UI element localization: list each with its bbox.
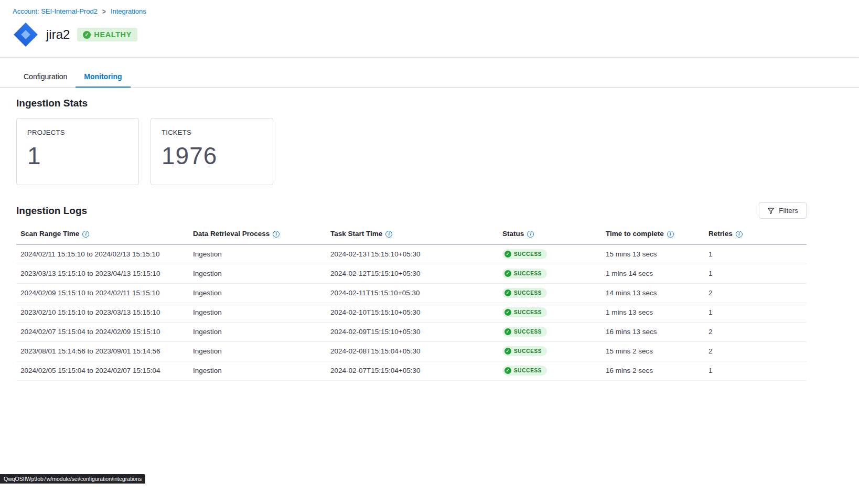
task-start-cell: 2024-02-13T15:15:10+05:30 [326,244,498,264]
info-icon[interactable]: i [385,231,392,238]
status-badge-label: SUCCESS [514,251,542,257]
health-status-badge: ✓ HEALTHY [77,28,137,41]
tab-monitoring[interactable]: Monitoring [76,67,130,87]
info-icon[interactable]: i [667,231,674,238]
scan-range-cell: 2024/02/07 15:15:04 to 2024/02/09 15:15:… [16,322,189,341]
status-badge: ✓ SUCCESS [502,366,547,376]
status-cell: ✓ SUCCESS [498,322,602,341]
stat-card-tickets: TICKETS 1976 [151,118,273,185]
retries-cell: 1 [704,361,807,380]
tab-configuration[interactable]: Configuration [15,67,76,87]
breadcrumb-integrations-link[interactable]: Integrations [111,7,146,15]
status-badge: ✓ SUCCESS [502,249,547,259]
status-badge: ✓ SUCCESS [502,269,547,278]
time-to-complete-cell: 15 mins 13 secs [602,244,704,264]
status-badge-label: SUCCESS [514,348,542,354]
scan-range-cell: 2023/02/10 15:15:10 to 2023/03/13 15:15:… [16,303,189,322]
time-to-complete-cell: 15 mins 2 secs [602,341,704,361]
process-cell: Ingestion [189,322,326,341]
success-check-icon: ✓ [504,367,511,374]
filter-funnel-icon [767,207,775,215]
status-cell: ✓ SUCCESS [498,303,602,322]
task-start-cell: 2024-02-10T15:15:10+05:30 [326,303,498,322]
status-badge-label: SUCCESS [514,271,542,276]
health-status-label: HEALTHY [94,30,132,39]
time-to-complete-cell: 16 mins 2 secs [602,361,704,380]
process-cell: Ingestion [189,361,326,380]
stat-card-label: TICKETS [162,128,262,136]
info-icon[interactable]: i [736,231,743,238]
info-icon[interactable]: i [82,231,89,238]
breadcrumb-account-link[interactable]: Account: SEI-Internal-Prod2 [13,7,98,15]
table-row: 2024/02/07 15:15:04 to 2024/02/09 15:15:… [16,322,807,341]
integration-title-row: jira2 ✓ HEALTHY [13,20,846,49]
table-row: 2023/08/01 15:14:56 to 2023/09/01 15:14:… [16,341,807,361]
main-content: Ingestion Stats PROJECTS 1 TICKETS 1976 … [0,98,859,381]
status-badge-label: SUCCESS [514,290,542,296]
task-start-cell: 2024-02-07T15:15:04+05:30 [326,361,498,380]
table-header-row: Scan Range Timei Data Retrieval Processi… [16,226,807,244]
process-cell: Ingestion [189,283,326,303]
table-row: 2024/02/05 15:15:04 to 2024/02/07 15:15:… [16,361,807,380]
time-to-complete-cell: 1 mins 13 secs [602,303,704,322]
status-badge: ✓ SUCCESS [502,307,547,317]
stat-card-projects: PROJECTS 1 [16,118,139,185]
logs-table-body: 2024/02/11 15:15:10 to 2024/02/13 15:15:… [16,244,807,380]
process-cell: Ingestion [189,341,326,361]
stat-card-value: 1 [27,142,128,170]
time-to-complete-cell: 14 mins 13 secs [602,283,704,303]
status-badge: ✓ SUCCESS [502,327,547,337]
column-retries: Retriesi [704,226,807,244]
success-check-icon: ✓ [504,348,511,355]
table-row: 2023/02/10 15:15:10 to 2023/03/13 15:15:… [16,303,807,322]
task-start-cell: 2024-02-12T15:15:10+05:30 [326,264,498,283]
status-cell: ✓ SUCCESS [498,283,602,303]
status-bar-url: QwqOSIIWp9ob7w/module/sei/configuration/… [0,474,145,484]
retries-cell: 2 [704,322,807,341]
task-start-cell: 2024-02-11T15:15:10+05:30 [326,283,498,303]
scan-range-cell: 2023/03/13 15:15:10 to 2023/04/13 15:15:… [16,264,189,283]
ingestion-logs-heading: Ingestion Logs [16,205,87,217]
status-badge: ✓ SUCCESS [502,346,547,356]
retries-cell: 1 [704,303,807,322]
retries-cell: 1 [704,264,807,283]
table-row: 2023/03/13 15:15:10 to 2023/04/13 15:15:… [16,264,807,283]
retries-cell: 2 [704,341,807,361]
stat-card-label: PROJECTS [27,128,128,136]
column-data-retrieval-process: Data Retrieval Processi [189,226,326,244]
status-badge-label: SUCCESS [514,309,542,315]
status-cell: ✓ SUCCESS [498,264,602,283]
info-icon[interactable]: i [273,231,280,238]
retries-cell: 2 [704,283,807,303]
status-cell: ✓ SUCCESS [498,341,602,361]
jira-logo-icon [13,22,39,48]
info-icon[interactable]: i [527,231,534,238]
success-check-icon: ✓ [504,270,511,277]
scan-range-cell: 2023/08/01 15:14:56 to 2023/09/01 15:14:… [16,341,189,361]
success-check-icon: ✓ [504,289,511,296]
success-check-icon: ✓ [504,309,511,316]
process-cell: Ingestion [189,303,326,322]
header-divider [0,57,859,58]
status-badge: ✓ SUCCESS [502,288,547,298]
scan-range-cell: 2024/02/09 15:15:10 to 2024/02/11 15:15:… [16,283,189,303]
task-start-cell: 2024-02-08T15:15:04+05:30 [326,341,498,361]
column-status: Statusi [498,226,602,244]
scan-range-cell: 2024/02/11 15:15:10 to 2024/02/13 15:15:… [16,244,189,264]
table-row: 2024/02/11 15:15:10 to 2024/02/13 15:15:… [16,244,807,264]
page-header: Account: SEI-Internal-Prod2 > Integratio… [0,0,859,49]
time-to-complete-cell: 1 mins 14 secs [602,264,704,283]
task-start-cell: 2024-02-09T15:15:10+05:30 [326,322,498,341]
filters-button[interactable]: Filters [759,202,807,219]
ingestion-logs-table: Scan Range Timei Data Retrieval Processi… [16,226,807,381]
stat-cards: PROJECTS 1 TICKETS 1976 [16,118,859,185]
status-cell: ✓ SUCCESS [498,361,602,380]
breadcrumb-chevron-icon: > [102,7,106,15]
success-check-icon: ✓ [504,328,511,335]
ingestion-stats-heading: Ingestion Stats [16,98,859,109]
status-badge-label: SUCCESS [514,329,542,335]
stat-card-value: 1976 [162,142,262,170]
success-check-icon: ✓ [504,251,511,258]
process-cell: Ingestion [189,264,326,283]
process-cell: Ingestion [189,244,326,264]
